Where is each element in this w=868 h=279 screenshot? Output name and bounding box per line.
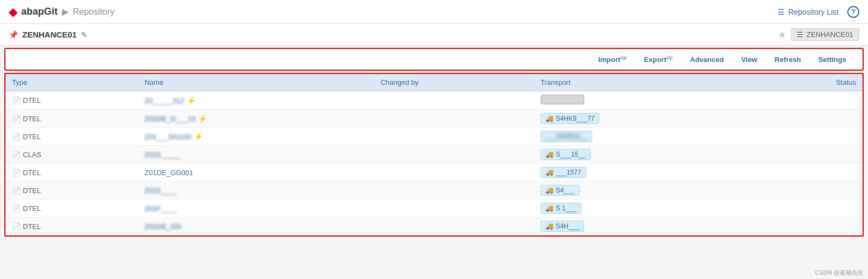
cell-transport: 🚚S4HK9___77	[534, 110, 759, 128]
table-row: 📄DTELZ0_____312 ⚡	[5, 91, 863, 110]
cell-name[interactable]: Z015____	[138, 182, 374, 200]
transport-text: S___15__	[556, 151, 586, 158]
cell-status	[759, 200, 863, 218]
table-row: 📄DTELZ01DE_GG🚚S4H___	[5, 218, 863, 235]
sub-header-right: ★ ☰ ZENHANCE01	[778, 28, 859, 41]
name-text[interactable]: Z0_____312	[145, 97, 184, 105]
repo-badge-label: ZENHANCE01	[807, 30, 853, 39]
help-button[interactable]: ?	[847, 6, 859, 18]
refresh-button[interactable]: Refresh	[767, 53, 808, 66]
import-button[interactable]: Importzip	[591, 52, 634, 66]
name-text[interactable]: Z015____	[145, 187, 177, 195]
transport-text: S4H___	[556, 222, 579, 230]
cell-type: 📄DTEL	[5, 218, 138, 235]
truck-icon: 🚚	[545, 151, 554, 158]
edit-icon[interactable]: ✎	[81, 30, 88, 39]
type-text: DTEL	[23, 187, 41, 195]
cell-type: 📄DTEL	[5, 164, 138, 182]
sub-header: 📌 ZENHANCE01 ✎ ★ ☰ ZENHANCE01	[0, 24, 868, 46]
cell-name[interactable]: Z01F____	[138, 200, 374, 218]
table-row: 📄DTELZ01DE_G___15 ⚡🚚S4HK9___77	[5, 110, 863, 128]
transport-text: S4HK9___77	[556, 115, 594, 122]
cell-name[interactable]: Z0_____312 ⚡	[138, 91, 374, 110]
repo-name: ZENHANCE01	[22, 30, 77, 39]
type-text: DTEL	[23, 169, 41, 177]
name-text[interactable]: Z01DE_GG001	[145, 169, 194, 177]
lightning-icon: ⚡	[191, 132, 203, 141]
sub-header-left: 📌 ZENHANCE01 ✎	[9, 30, 88, 39]
advanced-button[interactable]: Advanced	[683, 53, 731, 66]
file-icon: 📄	[12, 169, 21, 177]
header-left: ◆ abapGit ▶ Repository	[9, 5, 115, 18]
abapgit-logo: ◆	[9, 5, 17, 18]
truck-icon: 🚚	[545, 222, 554, 230]
transport-badge: 🚚S 1___	[541, 203, 581, 214]
cell-changed-by	[374, 182, 534, 200]
cell-name[interactable]: Z01DE_G___15 ⚡	[138, 110, 374, 128]
type-text: CLAS	[23, 151, 41, 159]
file-icon: 📄	[12, 151, 21, 159]
type-text: DTEL	[23, 96, 41, 104]
transport-text: ___1577	[556, 169, 581, 176]
type-text: DTEL	[23, 222, 41, 231]
view-button[interactable]: View	[734, 53, 765, 66]
cell-type: 📄DTEL	[5, 110, 138, 128]
type-text: DTEL	[23, 133, 41, 141]
cell-transport: 🚚S4___	[534, 182, 759, 200]
file-icon: 📄	[12, 115, 21, 123]
cell-changed-by	[374, 91, 534, 110]
name-text[interactable]: Z01DE_GG	[145, 222, 182, 231]
col-changed-by: Changed by	[374, 74, 534, 91]
file-icon: 📄	[12, 222, 21, 231]
transport-badge: ___HK9015__	[541, 131, 592, 142]
breadcrumb-page: Repository	[73, 7, 114, 17]
table-row: 📄DTELZ015____🚚S4___	[5, 182, 863, 200]
settings-button[interactable]: Settings	[811, 53, 854, 66]
repository-table-container: Type Name Changed by Transport Status 📄D…	[4, 73, 864, 237]
app-title: abapGit	[21, 6, 58, 17]
cell-changed-by	[374, 218, 534, 235]
repository-list-link[interactable]: ☰ Repository List	[778, 8, 839, 16]
cell-status	[759, 218, 863, 235]
file-icon: 📄	[12, 204, 21, 213]
transport-badge: 🚚___1577	[541, 167, 586, 178]
file-icon: 📄	[12, 96, 21, 104]
export-button[interactable]: Exportzip	[636, 52, 680, 66]
cell-transport	[534, 91, 759, 110]
repository-table: Type Name Changed by Transport Status 📄D…	[5, 74, 863, 235]
cell-changed-by	[374, 200, 534, 218]
transport-badge: 🚚S4H___	[541, 221, 584, 232]
table-row: 📄CLASZ010_____🚚S___15__	[5, 146, 863, 164]
cell-changed-by	[374, 110, 534, 128]
cell-name[interactable]: Z010_____	[138, 146, 374, 164]
cell-changed-by	[374, 146, 534, 164]
star-icon[interactable]: ★	[778, 29, 786, 41]
cell-transport: 🚚S 1___	[534, 200, 759, 218]
transport-badge: 🚚S4HK9___77	[541, 113, 599, 124]
repo-badge-icon: ☰	[797, 30, 803, 39]
cell-changed-by	[374, 128, 534, 146]
cell-name[interactable]: Z01DE_GG001	[138, 164, 374, 182]
file-icon: 📄	[12, 187, 21, 195]
transport-text: S 1___	[556, 204, 576, 212]
cell-name[interactable]: Z01DE_GG	[138, 218, 374, 235]
cell-transport: 🚚S4H___	[534, 218, 759, 235]
cell-status	[759, 91, 863, 110]
cell-type: 📄DTEL	[5, 91, 138, 110]
truck-icon: 🚚	[545, 169, 554, 176]
header-right: ☰ Repository List ?	[778, 6, 859, 18]
name-text[interactable]: Z01DE_G___15	[145, 115, 196, 123]
cell-type: 📄DTEL	[5, 128, 138, 146]
name-text[interactable]: Z010_____	[145, 151, 181, 159]
lightning-icon: ⚡	[184, 96, 196, 105]
table-header: Type Name Changed by Transport Status	[5, 74, 863, 91]
list-icon: ☰	[778, 8, 785, 16]
cell-name[interactable]: Z01___GG100 ⚡	[138, 128, 374, 146]
type-text: DTEL	[23, 115, 41, 123]
table-row: 📄DTELZ01___GG100 ⚡___HK9015__	[5, 128, 863, 146]
truck-icon: 🚚	[545, 187, 554, 194]
name-text[interactable]: Z01___GG100	[145, 133, 191, 141]
type-text: DTEL	[23, 204, 41, 213]
cell-transport: ___HK9015__	[534, 128, 759, 146]
name-text[interactable]: Z01F____	[145, 204, 177, 213]
